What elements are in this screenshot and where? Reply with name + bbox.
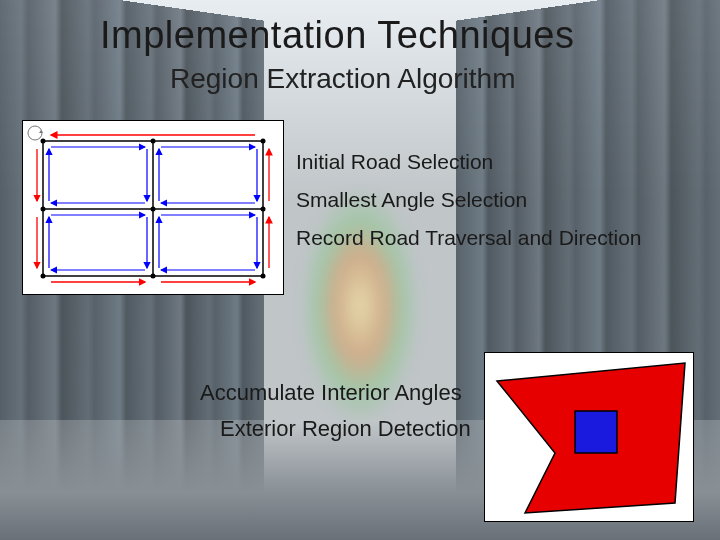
slide-content: Implementation Techniques Region Extract…: [0, 0, 720, 540]
svg-point-9: [41, 207, 46, 212]
svg-point-10: [151, 207, 156, 212]
bullet-list: Initial Road Selection Smallest Angle Se…: [296, 120, 700, 295]
polygon-diagram: [484, 352, 694, 522]
grid-diagram: [22, 120, 284, 295]
svg-point-6: [41, 139, 46, 144]
svg-point-14: [261, 274, 266, 279]
svg-point-7: [151, 139, 156, 144]
bullet-1: Initial Road Selection: [296, 150, 700, 174]
svg-point-11: [261, 207, 266, 212]
svg-rect-41: [575, 411, 617, 453]
svg-point-8: [261, 139, 266, 144]
svg-point-13: [151, 274, 156, 279]
upper-section: Initial Road Selection Smallest Angle Se…: [22, 120, 700, 295]
bullet-3: Record Road Traversal and Direction: [296, 226, 700, 250]
slide-subtitle: Region Extraction Algorithm: [170, 63, 720, 95]
slide-title: Implementation Techniques: [100, 14, 720, 57]
svg-point-12: [41, 274, 46, 279]
bullet-2: Smallest Angle Selection: [296, 188, 700, 212]
